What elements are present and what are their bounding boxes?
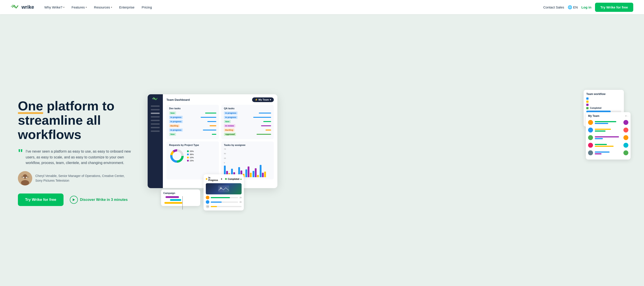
requests-title: Requests by Project Type xyxy=(169,144,216,146)
dashboard-header: Team Dashboard ⚡ My Team ▾ xyxy=(166,97,274,102)
task-bar xyxy=(595,129,611,130)
chevron-down-icon: ▾ xyxy=(270,98,271,101)
gantt-row xyxy=(163,196,198,198)
member-task-bars xyxy=(595,121,622,124)
task-bar xyxy=(595,151,610,153)
member-task-bars xyxy=(595,129,622,132)
logo-text: wrike xyxy=(22,4,34,10)
campaign-title: Campaign xyxy=(163,192,198,194)
task-badge-new: New xyxy=(224,120,231,123)
svg-rect-11 xyxy=(218,185,229,192)
legend-dot xyxy=(187,160,189,162)
task-progress-bar xyxy=(210,125,216,126)
task-bar xyxy=(595,144,607,145)
sidebar-item xyxy=(151,113,160,114)
login-link[interactable]: Log in xyxy=(581,5,592,9)
member-avatar xyxy=(588,120,593,125)
task-progress-bar xyxy=(259,113,271,113)
task-badge-progress: In progress xyxy=(224,111,238,115)
task-bar xyxy=(595,153,602,154)
status-header: In Progress ✦ Completed ■ xyxy=(206,177,242,181)
user-task-row: +4 xyxy=(206,205,242,208)
task-cards-grid: Dev tasks New In progress In progress xyxy=(166,105,274,139)
task-row: In progress xyxy=(224,111,271,115)
nav-pricing[interactable]: Pricing xyxy=(138,3,155,11)
user-task-list: 1k 1k +4 xyxy=(206,196,242,208)
member-task-bars xyxy=(595,144,622,147)
user-progress-bar xyxy=(211,206,242,207)
bar-group xyxy=(260,165,266,177)
member-avatar xyxy=(588,128,593,132)
task-progress-bar xyxy=(203,130,216,130)
legend-item: 36% xyxy=(187,153,194,156)
nav-features[interactable]: Features ▾ xyxy=(68,3,90,11)
status-dot xyxy=(225,178,227,180)
bar-group xyxy=(246,166,252,177)
gantt-bar xyxy=(164,202,182,204)
author-block: Cheryl Venable, Senior Manager of Operat… xyxy=(18,171,134,185)
add-user-button[interactable]: +4 xyxy=(206,205,209,208)
logo[interactable]: wrike xyxy=(11,4,34,10)
legend-dot xyxy=(187,154,189,155)
nav-enterprise[interactable]: Enterprise xyxy=(116,3,138,11)
legend-item: 33% xyxy=(187,150,194,152)
task-row: New xyxy=(169,133,216,136)
assignee-chart-card: Tasks by assignee 75 50 25 0 xyxy=(221,141,274,179)
chevron-down-icon: ▾ xyxy=(111,6,112,8)
legend-item: 10% xyxy=(187,156,194,159)
bar xyxy=(257,175,259,177)
language-selector[interactable]: 🌐 EN xyxy=(568,5,578,9)
task-badge-progress: In progress xyxy=(169,128,183,132)
contact-sales-link[interactable]: Contact Sales xyxy=(543,5,564,9)
member-avatar xyxy=(588,135,593,140)
task-progress-bar xyxy=(253,117,271,118)
gantt-chart xyxy=(163,196,198,204)
task-bar xyxy=(595,121,616,122)
quote-mark-icon: " xyxy=(18,148,23,158)
sidebar-item xyxy=(151,105,160,107)
video-button[interactable]: Discover Wrike in 3 minutes xyxy=(70,196,128,204)
task-row: In progress xyxy=(169,128,216,132)
user-task-row: 1k xyxy=(206,196,242,199)
legend-dot-purple xyxy=(586,104,588,106)
task-count: 1k xyxy=(239,196,242,199)
bar-fill xyxy=(211,202,222,203)
sidebar-item xyxy=(151,109,160,110)
chart-legend: 33% 36% 10% 23% xyxy=(187,150,194,162)
my-team-card: My Team ▾ ·· xyxy=(586,112,630,160)
legend-dot-yellow xyxy=(586,101,588,103)
team-button[interactable]: ⚡ My Team ▾ xyxy=(252,97,274,102)
donut-chart xyxy=(169,148,185,164)
nav-resources[interactable]: Resources ▾ xyxy=(91,3,115,11)
y-label: 50 xyxy=(224,153,271,155)
gantt-row xyxy=(163,202,198,204)
image-icon xyxy=(218,185,229,192)
nav-links: Why Wrike? ▾ Features ▾ Resources ▾ Ente… xyxy=(41,3,543,11)
task-row: Backlog xyxy=(224,128,271,132)
hero-actions: Try Wrike for free Discover Wrike in 3 m… xyxy=(18,194,134,206)
task-badge-progress: In progress xyxy=(169,120,183,123)
member-avatar xyxy=(624,128,628,132)
user-avatar xyxy=(206,200,209,204)
hero-cta-button[interactable]: Try Wrike for free xyxy=(18,194,64,206)
member-avatar xyxy=(588,150,593,155)
dashboard-card: Team Dashboard ⚡ My Team ▾ Dev tasks New xyxy=(148,94,277,188)
member-avatar xyxy=(588,143,593,148)
sidebar-item xyxy=(151,127,160,128)
legend-dot xyxy=(187,157,189,158)
task-row: Approved xyxy=(224,133,271,136)
sidebar-item xyxy=(151,130,160,132)
timeline-marker xyxy=(182,196,183,210)
legend-dot-green xyxy=(586,107,588,109)
task-badge-approved: Approved xyxy=(224,133,236,136)
gantt-bar xyxy=(166,196,179,198)
nav-cta-button[interactable]: Try Wrike for free xyxy=(595,3,633,12)
testimonial-text: I've never seen a platform as easy to us… xyxy=(26,149,134,166)
bar xyxy=(252,171,254,177)
task-badge-backlog: Backlog xyxy=(224,128,234,132)
nav-right: Contact Sales 🌐 EN Log in Try Wrike for … xyxy=(543,3,633,12)
svg-point-2 xyxy=(21,180,29,185)
task-row: In review xyxy=(224,124,271,127)
author-name: Cheryl Venable, Senior Manager of Operat… xyxy=(35,174,124,178)
nav-why-wrike[interactable]: Why Wrike? ▾ xyxy=(41,3,68,11)
